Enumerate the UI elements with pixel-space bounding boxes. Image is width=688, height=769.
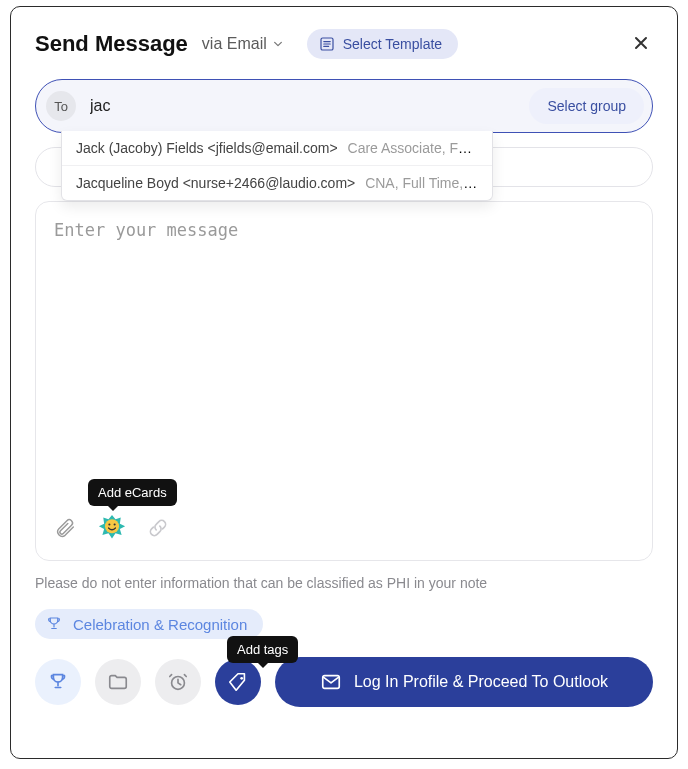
add-ecards-tooltip: Add eCards — [88, 479, 177, 506]
reminder-button[interactable] — [155, 659, 201, 705]
via-channel-label: via Email — [202, 35, 267, 53]
trophy-icon — [47, 671, 69, 693]
caret-down-icon — [273, 39, 283, 49]
svg-point-7 — [114, 523, 116, 525]
tag-pill-row: Celebration & Recognition — [35, 609, 653, 639]
autocomplete-meta: Care Associate, Full Time, 7 HV ( — [348, 140, 492, 156]
via-channel-dropdown[interactable]: via Email — [202, 35, 283, 53]
link-icon — [147, 517, 169, 539]
action-row: Add tags — [35, 657, 653, 707]
trophy-button[interactable] — [35, 659, 81, 705]
modal-header: Send Message via Email Select Template — [35, 29, 653, 59]
phi-notice: Please do not enter information that can… — [35, 575, 653, 591]
select-template-button[interactable]: Select Template — [307, 29, 458, 59]
insert-link-button[interactable] — [146, 516, 170, 540]
tag-pill-label: Celebration & Recognition — [73, 616, 247, 633]
attach-button[interactable] — [54, 516, 78, 540]
select-group-button[interactable]: Select group — [529, 88, 644, 124]
autocomplete-item[interactable]: Jack (Jacoby) Fields <jfields@email.com>… — [62, 131, 492, 165]
message-input[interactable] — [54, 220, 634, 506]
svg-point-5 — [105, 519, 119, 533]
paperclip-icon — [55, 517, 77, 539]
trophy-icon — [45, 615, 63, 633]
close-button[interactable] — [629, 29, 653, 59]
proceed-to-outlook-button[interactable]: Log In Profile & Proceed To Outlook — [275, 657, 653, 707]
recipient-section: To Select group Jack (Jacoby) Fields <jf… — [35, 79, 653, 187]
autocomplete-name: Jack (Jacoby) Fields <jfields@email.com> — [76, 140, 338, 156]
template-list-icon — [319, 36, 335, 52]
svg-point-6 — [108, 523, 110, 525]
autocomplete-item[interactable]: Jacqueline Boyd <nurse+2466@laudio.com> … — [62, 165, 492, 200]
add-tags-tooltip: Add tags — [227, 636, 298, 663]
celebration-tag-pill[interactable]: Celebration & Recognition — [35, 609, 263, 639]
close-icon — [633, 35, 649, 51]
add-ecards-button[interactable] — [98, 514, 126, 542]
autocomplete-meta: CNA, Full Time, 7 East — [365, 175, 492, 191]
select-template-label: Select Template — [343, 36, 442, 52]
recipient-row: To Select group — [35, 79, 653, 133]
autocomplete-name: Jacqueline Boyd <nurse+2466@laudio.com> — [76, 175, 355, 191]
add-tags-button[interactable] — [215, 659, 261, 705]
smiley-sun-icon — [98, 514, 126, 542]
folder-icon — [107, 671, 129, 693]
envelope-icon — [320, 671, 342, 693]
alarm-clock-icon — [167, 671, 189, 693]
autocomplete-dropdown: Jack (Jacoby) Fields <jfields@email.com>… — [61, 131, 493, 201]
folder-button[interactable] — [95, 659, 141, 705]
to-chip: To — [46, 91, 76, 121]
send-message-modal: Send Message via Email Select Template T… — [10, 6, 678, 759]
proceed-button-label: Log In Profile & Proceed To Outlook — [354, 673, 608, 691]
message-toolbar: Add eCards — [54, 506, 634, 542]
message-card: Add eCards — [35, 201, 653, 561]
svg-point-9 — [240, 677, 243, 680]
recipient-input[interactable] — [88, 93, 517, 119]
tag-icon — [227, 671, 249, 693]
modal-title: Send Message — [35, 31, 188, 57]
